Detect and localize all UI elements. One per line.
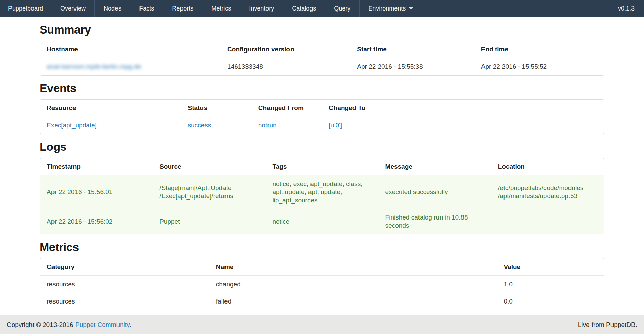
config-version-value: 1461333348 [220,58,350,76]
summary-row: anat-tservom.mpib-berlin.mpg.de 14613333… [40,58,604,76]
logs-header-source: Source [153,158,265,175]
metric-category: resources [40,293,209,310]
event-status-link[interactable]: success [188,122,211,129]
log-source: Puppet [153,209,265,234]
events-header-row: Resource Status Changed From Changed To [40,100,604,117]
events-table: Resource Status Changed From Changed To … [40,100,604,134]
nav-item-nodes[interactable]: Nodes [95,0,130,17]
metrics-header-name: Name [209,258,497,276]
metrics-header-value: Value [497,258,604,276]
events-header-status: Status [181,100,252,117]
log-source: /Stage[main]/Apt::Update /Exec[apt_updat… [153,175,265,209]
start-time-value: Apr 22 2016 - 15:55:38 [350,58,474,76]
metrics-section-title: Metrics [40,241,604,253]
metric-name: changed [209,276,497,293]
log-tags: notice [265,209,378,234]
metric-row: resources changed 1.0 [40,276,604,293]
logs-panel: Timestamp Source Tags Message Location A… [40,158,604,234]
nav-item-catalogs[interactable]: Catalogs [283,0,325,17]
top-navbar: Puppetboard Overview Nodes Facts Reports… [0,0,644,17]
summary-header-end-time: End time [474,41,604,58]
events-header-changed-from: Changed From [252,100,322,117]
copyright-period: . [129,321,131,328]
nav-item-reports[interactable]: Reports [163,0,202,17]
nav-item-facts[interactable]: Facts [130,0,163,17]
footer-copyright: Copyright © 2013-2016 Puppet Community. [7,321,131,329]
summary-header-config-version: Configuration version [220,41,350,58]
event-changed-to-link[interactable]: [u'0'] [329,122,342,129]
nav-environments-label: Environments [368,5,406,12]
summary-header-hostname: Hostname [40,41,220,58]
logs-header-message: Message [379,158,491,175]
summary-header-start-time: Start time [350,41,474,58]
metrics-header-category: Category [40,258,209,276]
summary-table: Hostname Configuration version Start tim… [40,41,604,75]
metric-value: 1.0 [497,276,604,293]
footer-live-status: Live from PuppetDB. [578,321,637,329]
event-changed-from-link[interactable]: notrun [258,122,277,129]
summary-panel: Hostname Configuration version Start tim… [40,41,604,76]
log-row: Apr 22 2016 - 15:56:02 Puppet notice Fin… [40,209,604,234]
navbar-spacer [422,0,608,17]
log-timestamp: Apr 22 2016 - 15:56:01 [40,175,153,209]
summary-header-row: Hostname Configuration version Start tim… [40,41,604,58]
nav-links: Puppetboard Overview Nodes Facts Reports… [0,0,422,17]
logs-header-row: Timestamp Source Tags Message Location [40,158,604,175]
log-timestamp: Apr 22 2016 - 15:56:02 [40,209,153,234]
log-message: executed successfully [379,175,491,209]
chevron-down-icon [409,7,413,9]
event-row: Exec[apt_update] success notrun [u'0'] [40,117,604,134]
metric-category: resources [40,276,209,293]
log-row: Apr 22 2016 - 15:56:01 /Stage[main]/Apt:… [40,175,604,209]
summary-section-title: Summary [40,23,604,36]
nav-item-overview[interactable]: Overview [51,0,95,17]
app-version-badge: v0.1.3 [608,0,644,17]
hostname-link[interactable]: anat-tservom.mpib-berlin.mpg.de [47,63,141,70]
metric-value: 0.0 [497,293,604,310]
logs-header-location: Location [491,158,604,175]
events-header-resource: Resource [40,100,181,117]
log-location [491,209,604,234]
metric-row: resources failed 0.0 [40,293,604,310]
nav-brand-puppetboard[interactable]: Puppetboard [0,0,51,17]
logs-table: Timestamp Source Tags Message Location A… [40,158,604,234]
nav-item-metrics[interactable]: Metrics [202,0,240,17]
nav-item-inventory[interactable]: Inventory [240,0,283,17]
nav-item-environments-dropdown[interactable]: Environments [360,0,422,17]
metrics-header-row: Category Name Value [40,258,604,276]
copyright-text: Copyright © 2013-2016 [7,321,75,328]
log-location: /etc/puppetlabs/code/modules /apt/manife… [491,175,604,209]
main-content: Summary Hostname Configuration version S… [40,23,604,334]
events-header-changed-to: Changed To [322,100,604,117]
logs-header-tags: Tags [265,158,378,175]
event-resource-link[interactable]: Exec[apt_update] [47,122,97,129]
puppet-community-link[interactable]: Puppet Community [75,321,129,328]
page-footer: Copyright © 2013-2016 Puppet Community. … [0,315,644,334]
metric-name: failed [209,293,497,310]
events-section-title: Events [40,82,604,95]
logs-section-title: Logs [40,140,604,153]
events-panel: Resource Status Changed From Changed To … [40,99,604,134]
log-message: Finished catalog run in 10.88 seconds [379,209,491,234]
end-time-value: Apr 22 2016 - 15:55:52 [474,58,604,76]
log-tags: notice, exec, apt_update, class, apt::up… [265,175,378,209]
logs-header-timestamp: Timestamp [40,158,153,175]
nav-item-query[interactable]: Query [325,0,360,17]
